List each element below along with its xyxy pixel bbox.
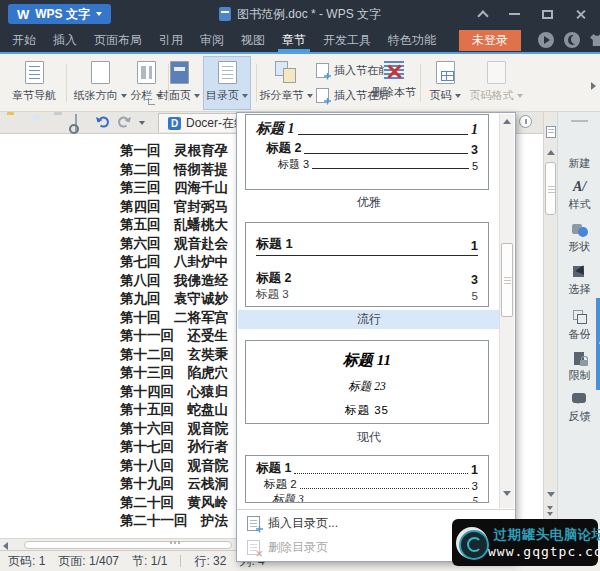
tab-home[interactable]: 开始 <box>12 28 36 52</box>
close-icon[interactable] <box>575 9 586 20</box>
toc-style-preview-popular[interactable]: 标题 1 1 标题 2 3 标题 3 5 <box>245 222 489 307</box>
login-button[interactable]: 未登录 <box>459 30 521 51</box>
sidebar-item-backup[interactable]: 备份 <box>558 309 600 342</box>
toc-style-label-popular: 流行 <box>238 310 500 329</box>
split-section-icon <box>275 61 297 84</box>
tab-view[interactable]: 视图 <box>241 28 265 52</box>
titlebar: W WPS 文字 图书范例.doc * - WPS 文字 <box>0 0 600 28</box>
chevron-down-icon <box>194 94 200 101</box>
wps-logo-icon: W <box>17 7 29 22</box>
page-nav-buttons[interactable] <box>547 506 553 516</box>
minimize-icon[interactable] <box>509 13 520 15</box>
section-navigation-icon <box>25 61 44 84</box>
scroll-left-icon[interactable] <box>3 542 8 550</box>
history-icon[interactable] <box>519 115 532 128</box>
preview-page: 5 <box>472 160 478 172</box>
new-document-icon <box>572 138 588 154</box>
app-menu-button[interactable]: W WPS 文字 <box>8 4 111 24</box>
section-navigation-button[interactable]: 章节导航 <box>6 57 62 109</box>
tab-page-layout[interactable]: 页面布局 <box>94 28 142 52</box>
tab-dev-tools[interactable]: 开发工具 <box>323 28 371 52</box>
delete-toc-icon <box>247 540 260 555</box>
skin-icon[interactable] <box>590 34 600 46</box>
preview-page: 1 <box>471 122 478 138</box>
undo-icon[interactable] <box>95 114 110 132</box>
preview-page: 5 <box>472 495 478 503</box>
tab-references[interactable]: 引用 <box>159 28 183 52</box>
print-preview-icon[interactable] <box>73 115 88 130</box>
watermark-forum-name: 过期罐头电脑论坛 <box>494 526 600 544</box>
gallery-scrollbar[interactable] <box>499 114 514 508</box>
preview-page: 1 <box>471 238 478 253</box>
chevron-down-icon <box>455 94 461 101</box>
scrollbar-grip <box>170 541 182 544</box>
status-line: 行: 32 <box>194 553 226 570</box>
delete-section-button[interactable]: 删除本节 <box>372 57 416 109</box>
leader-line <box>312 168 469 169</box>
cover-page-icon <box>170 61 189 84</box>
tab-special-features[interactable]: 特色功能 <box>388 28 436 52</box>
ribbon: 章节导航 纸张方向 分栏 封面页 目录页 拆分章节 <box>0 54 600 112</box>
play-circle-icon[interactable] <box>538 32 554 48</box>
sidebar-item-shapes[interactable]: 形状 <box>558 221 600 254</box>
maximize-icon[interactable] <box>542 10 553 19</box>
gallery-scroll-down-icon[interactable] <box>503 491 511 496</box>
cover-page-button[interactable]: 封面页 <box>156 57 202 109</box>
preview-page: 3 <box>472 480 478 492</box>
insert-section-before-icon <box>316 63 329 78</box>
dialog-launcher-icon[interactable] <box>148 98 155 105</box>
toc-style-label-elegant: 优雅 <box>238 193 500 212</box>
save-icon[interactable] <box>29 115 44 130</box>
sidebar-item-restrict[interactable]: 限制 <box>558 350 600 383</box>
restrict-icon <box>572 350 588 366</box>
page-number-icon <box>436 61 455 84</box>
columns-icon <box>137 61 156 84</box>
sidebar-handle[interactable] <box>571 120 588 122</box>
sidebar-item-select[interactable]: 选择 <box>558 264 600 297</box>
preview-heading: 标题 3 <box>345 404 382 416</box>
sidebar-item-new[interactable]: 新建 <box>558 138 600 171</box>
status-divider <box>180 555 181 567</box>
gallery-scroll-up-icon[interactable] <box>503 119 511 124</box>
preview-heading: 标题 2 <box>348 380 380 392</box>
toc-style-preview-classic[interactable]: 标题 1 1 标题 2 3 标题 3 5 <box>245 455 489 503</box>
toc-style-preview-modern[interactable]: 标题 11 标题 23 标题 35 <box>245 340 489 424</box>
thumbnail-view-icon[interactable] <box>546 126 556 138</box>
night-mode-icon[interactable] <box>564 32 580 48</box>
paper-orientation-button[interactable]: 纸张方向 <box>72 57 128 109</box>
toc-page-button[interactable]: 目录页 <box>204 57 250 109</box>
window-controls <box>479 8 600 20</box>
toc-style-preview-elegant[interactable]: 标题 1 1 标题 2 3 标题 3 5 <box>245 114 489 190</box>
group-divider <box>420 64 421 102</box>
page-number-button[interactable]: 页码 <box>426 57 464 109</box>
preview-page: 5 <box>382 404 389 416</box>
scroll-up-icon[interactable] <box>547 150 555 155</box>
document-icon <box>219 7 231 21</box>
preview-heading: 标题 1 <box>256 460 291 477</box>
styles-icon: A/ <box>572 179 588 195</box>
horizontal-scroll-thumb[interactable] <box>24 541 232 549</box>
scroll-down-icon[interactable] <box>547 492 555 497</box>
leader-line <box>300 488 469 489</box>
vertical-scroll-thumb[interactable] <box>545 162 556 215</box>
menu-bar: 开始 插入 页面布局 引用 审阅 视图 章节 开发工具 特色功能 未登录 ? <box>0 28 600 52</box>
tab-insert[interactable]: 插入 <box>53 28 77 52</box>
gallery-scroll-thumb[interactable] <box>501 243 513 317</box>
sidebar-item-feedback[interactable]: 反馈 <box>558 391 600 424</box>
ribbon-expand-button[interactable] <box>591 80 596 92</box>
page-number-format-icon <box>487 61 506 84</box>
vertical-scrollbar[interactable] <box>543 112 557 550</box>
split-section-button[interactable]: 拆分章节 <box>260 57 312 109</box>
quickbar-dropdown-icon[interactable] <box>139 121 145 128</box>
collapse-ribbon-icon[interactable] <box>477 10 488 21</box>
panel-collapse-handle[interactable] <box>596 298 600 390</box>
redo-icon[interactable] <box>117 114 132 132</box>
tab-section[interactable]: 章节 <box>282 28 306 52</box>
sidebar-item-styles[interactable]: A/ 样式 <box>558 179 600 212</box>
chevron-down-icon <box>96 12 102 19</box>
forum-logo-icon <box>456 527 488 559</box>
print-icon[interactable] <box>51 115 66 130</box>
tab-review[interactable]: 审阅 <box>200 28 224 52</box>
app-menu-label: WPS 文字 <box>35 6 90 23</box>
open-file-icon[interactable] <box>7 115 22 130</box>
